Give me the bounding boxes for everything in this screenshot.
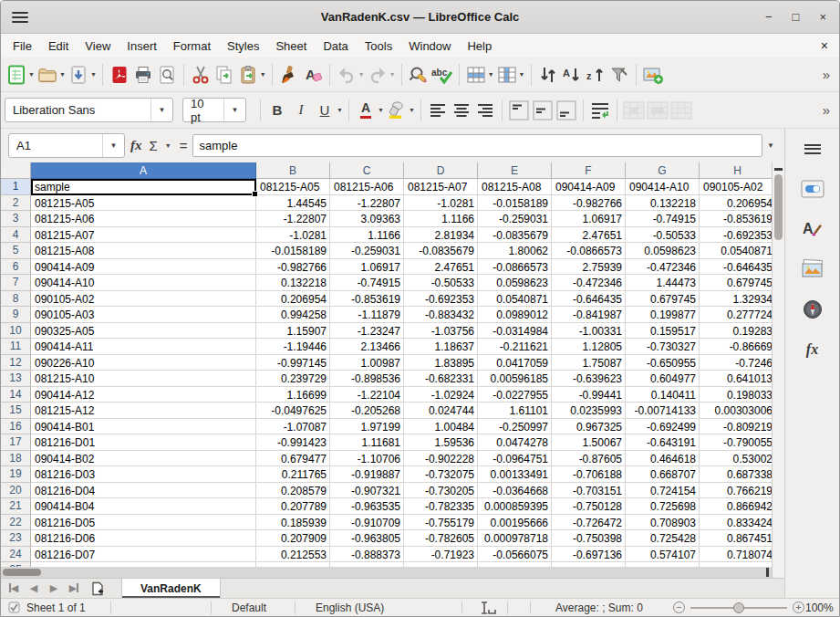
cell[interactable]: 0.0989012 <box>478 307 552 323</box>
save-icon[interactable] <box>67 63 90 87</box>
cell[interactable]: 0.277724 <box>700 307 772 323</box>
menu-item-insert[interactable]: Insert <box>119 36 165 57</box>
cell[interactable]: -0.0835679 <box>404 243 478 259</box>
cell[interactable]: 0.718074 <box>700 547 772 563</box>
next-sheet-icon[interactable]: ▶ <box>45 583 63 593</box>
row-header-5[interactable]: 5 <box>1 243 31 259</box>
cell[interactable]: 0.766219 <box>700 483 772 499</box>
sheet-info[interactable]: Sheet 1 of 1 <box>26 599 86 616</box>
cell[interactable]: -1.0281 <box>404 195 478 212</box>
cell[interactable]: 1.00484 <box>404 419 478 435</box>
row-header-17[interactable]: 17 <box>1 434 31 451</box>
cell[interactable]: -1.22807 <box>330 195 404 212</box>
row-header-6[interactable]: 6 <box>1 259 31 276</box>
cell[interactable]: 081215-A05 <box>256 179 330 195</box>
cell[interactable]: 1.18637 <box>404 339 478 355</box>
cell[interactable]: -0.919887 <box>330 466 404 483</box>
cell[interactable]: 0.198033 <box>700 387 772 403</box>
cell[interactable]: -0.898536 <box>330 371 404 387</box>
cell[interactable]: -0.50533 <box>626 227 700 244</box>
redo-dropdown-icon[interactable]: ▼ <box>389 71 396 78</box>
menu-item-edit[interactable]: Edit <box>40 36 77 57</box>
row-header-22[interactable]: 22 <box>1 515 31 531</box>
column-header-H[interactable]: H <box>700 162 772 179</box>
row-header-14[interactable]: 14 <box>1 387 31 403</box>
font-size-dropdown-icon[interactable]: ▼ <box>223 99 245 121</box>
cell[interactable]: 081215-A05 <box>31 195 256 212</box>
clone-formatting-icon[interactable] <box>277 63 301 87</box>
cell[interactable]: 0.679745 <box>626 291 700 308</box>
open-dropdown-icon[interactable]: ▼ <box>59 71 66 78</box>
cell[interactable]: -0.982766 <box>256 259 330 276</box>
row-header-11[interactable]: 11 <box>1 339 31 355</box>
align-center-vertical-icon[interactable] <box>531 99 555 122</box>
sidebar-properties-icon[interactable] <box>800 178 825 200</box>
cell[interactable]: -1.19446 <box>256 339 330 355</box>
cell[interactable]: 0.208579 <box>256 483 330 499</box>
vertical-scrollbar-thumb[interactable] <box>774 174 783 240</box>
align-right-icon[interactable] <box>473 99 497 122</box>
row-header-21[interactable]: 21 <box>1 498 31 515</box>
cell[interactable]: -0.902228 <box>404 451 478 467</box>
cell[interactable]: 090414-A09 <box>552 179 626 195</box>
undo-icon[interactable] <box>335 63 358 87</box>
cell[interactable]: 1.06917 <box>552 211 626 227</box>
merge-cells-icon[interactable] <box>622 99 646 122</box>
undo-dropdown-icon[interactable]: ▼ <box>358 71 365 78</box>
align-left-icon[interactable] <box>426 99 450 122</box>
copy-icon[interactable] <box>213 63 236 87</box>
cell[interactable]: -0.0314984 <box>478 323 552 340</box>
cell[interactable]: 0.206954 <box>700 195 772 212</box>
cell[interactable]: 0.00303006 <box>700 403 772 419</box>
sort-ascending-icon[interactable]: A <box>560 63 584 87</box>
row-header-8[interactable]: 8 <box>1 291 31 308</box>
column-header-B[interactable]: B <box>256 162 330 179</box>
open-icon[interactable] <box>36 63 59 87</box>
cell[interactable]: 081216-D01 <box>31 434 256 451</box>
cell[interactable]: 1.06917 <box>330 259 404 276</box>
cell[interactable]: 090414-B04 <box>31 498 256 515</box>
cell[interactable]: 1.59536 <box>404 434 478 451</box>
menu-item-file[interactable]: File <box>5 36 40 57</box>
cell[interactable]: -1.07087 <box>256 419 330 435</box>
cell[interactable]: 090105-A02 <box>700 179 772 195</box>
cell[interactable]: 0.867451 <box>700 530 772 547</box>
print-preview-icon[interactable] <box>155 63 179 87</box>
row-header-9[interactable]: 9 <box>1 307 31 323</box>
cell[interactable]: -0.0835679 <box>478 227 552 244</box>
formula-icon[interactable]: = <box>180 138 188 153</box>
horizontal-scrollbar[interactable] <box>1 567 772 578</box>
cell[interactable]: -0.259031 <box>330 243 404 259</box>
cell[interactable]: 090105-A03 <box>31 307 256 323</box>
cell[interactable]: -1.02924 <box>404 387 478 403</box>
formula-input[interactable]: sample <box>192 134 762 157</box>
cell[interactable]: -0.841987 <box>552 307 626 323</box>
new-document-icon[interactable] <box>5 63 28 87</box>
cell[interactable]: 3.09363 <box>330 211 404 227</box>
autofilter-icon[interactable] <box>607 63 631 87</box>
cell[interactable]: 1.50067 <box>552 434 626 451</box>
align-bottom-icon[interactable] <box>555 99 578 122</box>
cell[interactable]: 090414-A12 <box>31 387 256 403</box>
cell[interactable]: -0.991423 <box>256 434 330 451</box>
insert-image-icon[interactable] <box>641 63 665 87</box>
row-header-20[interactable]: 20 <box>1 483 31 499</box>
wrap-text-icon[interactable] <box>588 99 612 122</box>
cell[interactable]: -0.205268 <box>330 403 404 419</box>
cell[interactable]: 0.0474278 <box>478 434 552 451</box>
cell[interactable]: 0.00596185 <box>478 371 552 387</box>
cell[interactable]: -0.71923 <box>404 547 478 563</box>
cell[interactable]: 081215-A06 <box>31 211 256 227</box>
cell[interactable]: -0.692353 <box>404 291 478 308</box>
cell[interactable]: 081215-A06 <box>330 179 404 195</box>
cell[interactable]: 0.708903 <box>626 515 700 531</box>
cell[interactable]: -0.643191 <box>626 434 700 451</box>
cell[interactable]: -0.472346 <box>552 275 626 291</box>
cell[interactable]: 0.464618 <box>626 451 700 467</box>
sheet-tab-active[interactable]: VanRadenK <box>121 579 221 598</box>
row-header-19[interactable]: 19 <box>1 466 31 483</box>
close-button[interactable]: × <box>819 11 826 23</box>
cell[interactable]: 0.679477 <box>256 451 330 467</box>
align-center-icon[interactable] <box>450 99 473 122</box>
cell[interactable]: 0.0417059 <box>478 355 552 371</box>
